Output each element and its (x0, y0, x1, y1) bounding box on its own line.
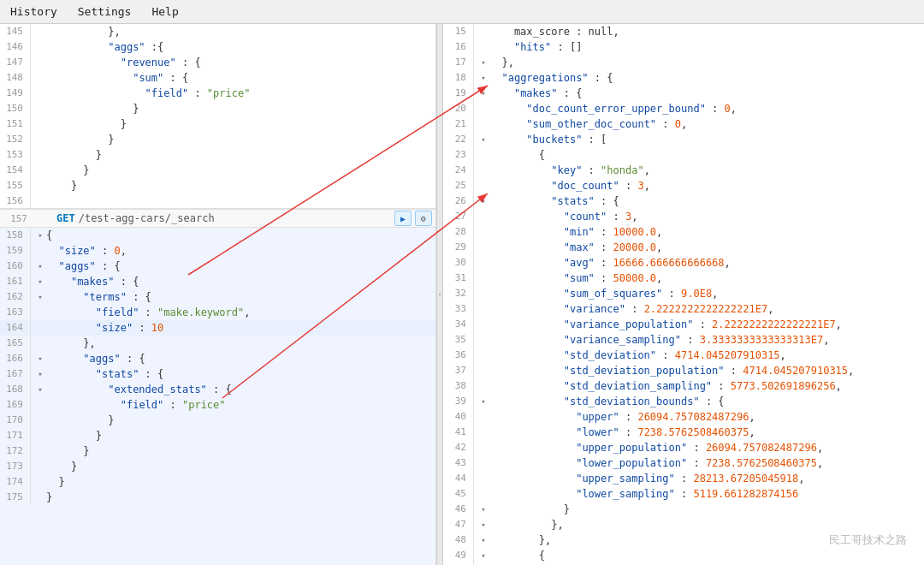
line-number: 39 (443, 394, 474, 409)
line-content: } (46, 178, 435, 193)
code-line: 37 "std_deviation_population" : 4714.045… (443, 363, 924, 378)
code-line: 151 } (0, 116, 435, 132)
code-line: 45 "lower_sampling" : 5119.661282874156 (443, 486, 924, 502)
line-content: "upper_population" : 26094.757082487296, (489, 440, 924, 455)
line-content: "std_deviation_sampling" : 5773.50269189… (489, 378, 924, 394)
line-number: 42 (443, 440, 474, 455)
line-content: "stats" : { (489, 193, 924, 209)
line-number: 151 (0, 116, 31, 132)
line-content: } (489, 502, 924, 517)
line-content: "doc_count" : 3, (489, 178, 924, 193)
line-number: 46 (443, 502, 474, 517)
code-line: 38 "std_deviation_sampling" : 5773.50269… (443, 378, 924, 394)
line-content: } (46, 116, 435, 132)
line-content: "std_deviation" : 4714.045207910315, (489, 348, 924, 363)
code-line: 44 "upper_sampling" : 28213.67205045918, (443, 471, 924, 486)
line-content: "sum_other_doc_count" : 0, (489, 116, 924, 132)
left-panel: 145 },146 "aggs" :{147 "revenue" : {148 … (0, 24, 436, 565)
code-line: 42 "upper_population" : 26094.7570824872… (443, 440, 924, 455)
line-number: 21 (443, 116, 474, 132)
line-content: "makes" : { (489, 86, 924, 101)
line-number: 23 (443, 147, 474, 163)
line-content: "aggregations" : { (489, 70, 924, 86)
line-number: 19 (443, 86, 474, 101)
line-content: }, (46, 24, 435, 39)
line-number: 41 (443, 425, 474, 440)
code-line: 31 "sum" : 50000.0, (443, 271, 924, 286)
line-number: 152 (0, 132, 31, 147)
code-line: 20 "doc_count_error_upper_bound" : 0, (443, 101, 924, 116)
code-line: 22▾ "buckets" : [ (443, 132, 924, 147)
line-number: 30 (443, 255, 474, 271)
right-code-area: 15 max_score : null,16 "hits" : []17▾ },… (443, 24, 924, 565)
fold-arrow[interactable]: ▾ (477, 532, 489, 548)
menu-help[interactable]: Help (148, 3, 181, 20)
line-content: } (46, 132, 435, 147)
line-content: { (489, 147, 924, 163)
line-number: 17 (443, 55, 474, 70)
line-content: "revenue" : { (46, 55, 435, 70)
code-line: 41 "lower" : 7238.5762508460375, (443, 425, 924, 440)
line-content: "upper" : 26094.757082487296, (489, 409, 924, 425)
code-line: 47▾ }, (443, 517, 924, 532)
code-line: 18▾ "aggregations" : { (443, 70, 924, 86)
line-content: }, (489, 55, 924, 70)
line-number: 22 (443, 132, 474, 147)
line-number: 149 (0, 86, 31, 101)
line-content: }, (489, 532, 924, 548)
line-number: 26 (443, 193, 474, 209)
code-line: 48▾ }, (443, 532, 924, 548)
line-content: "hits" : [] (489, 39, 924, 55)
fold-arrow[interactable]: ▾ (477, 132, 489, 147)
code-line: 24 "key" : "honda", (443, 163, 924, 178)
fold-arrow[interactable]: ▾ (477, 517, 489, 532)
line-content: } (46, 147, 435, 163)
code-line: 39▾ "std_deviation_bounds" : { (443, 394, 924, 409)
line-number: 20 (443, 101, 474, 116)
code-line: 28 "min" : 10000.0, (443, 224, 924, 240)
line-number: 35 (443, 332, 474, 348)
line-number: 37 (443, 363, 474, 378)
line-content: "count" : 3, (489, 209, 924, 224)
line-number: 48 (443, 532, 474, 548)
fold-arrow[interactable]: ▾ (477, 86, 489, 101)
app-container: History Settings Help 145 },146 "aggs" :… (0, 0, 924, 565)
menu-settings[interactable]: Settings (74, 3, 135, 20)
fold-arrow[interactable]: ▾ (477, 394, 489, 409)
right-panel: 15 max_score : null,16 "hits" : []17▾ },… (443, 24, 924, 565)
code-line: 145 }, (0, 24, 435, 39)
line-number: 29 (443, 240, 474, 255)
line-number: 154 (0, 163, 31, 178)
fold-arrow[interactable]: ▾ (477, 502, 489, 517)
code-line: 21 "sum_other_doc_count" : 0, (443, 116, 924, 132)
line-content: "std_deviation_population" : 4714.045207… (489, 363, 924, 378)
code-line: 148 "sum" : { (0, 70, 435, 86)
line-content: "variance_population" : 2.22222222222222… (489, 317, 924, 332)
code-line: 32 "sum_of_squares" : 9.0E8, (443, 286, 924, 301)
panel-divider[interactable]: ⋮ (436, 24, 443, 565)
line-number: 27 (443, 209, 474, 224)
code-line: 154 } (0, 163, 435, 178)
menu-history[interactable]: History (7, 3, 61, 20)
line-content: "avg" : 16666.666666666668, (489, 255, 924, 271)
line-number: 18 (443, 70, 474, 86)
line-number: 147 (0, 55, 31, 70)
line-number: 24 (443, 163, 474, 178)
left-top-lines: 145 },146 "aggs" :{147 "revenue" : {148 … (0, 24, 435, 209)
fold-arrow[interactable]: ▾ (477, 548, 489, 563)
fold-arrow[interactable]: ▾ (477, 193, 489, 209)
code-line: 29 "max" : 20000.0, (443, 240, 924, 255)
code-line: 150 } (0, 101, 435, 116)
line-number: 156 (0, 193, 31, 209)
line-number: 34 (443, 317, 474, 332)
left-top-code: 145 },146 "aggs" :{147 "revenue" : {148 … (0, 24, 435, 209)
line-number: 44 (443, 471, 474, 486)
main-layout: 145 },146 "aggs" :{147 "revenue" : {148 … (0, 24, 924, 565)
fold-arrow[interactable]: ▾ (477, 55, 489, 70)
code-line: 147 "revenue" : { (0, 55, 435, 70)
line-number: 28 (443, 224, 474, 240)
line-content: "max" : 20000.0, (489, 240, 924, 255)
line-number: 145 (0, 24, 31, 39)
code-line: 149 "field" : "price" (0, 86, 435, 101)
fold-arrow[interactable]: ▾ (477, 70, 489, 86)
